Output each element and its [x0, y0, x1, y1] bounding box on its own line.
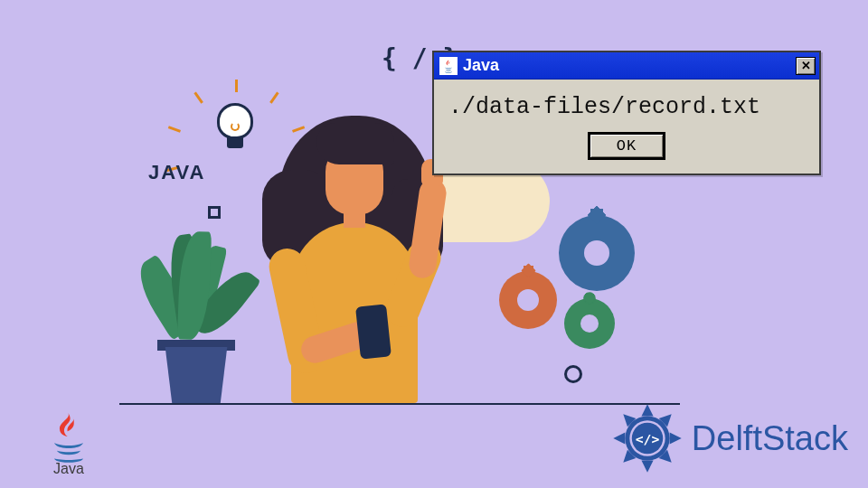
java-dialog-window: Java ✕ ./data-files/record.txt OK: [432, 51, 821, 175]
java-logo-caption: Java: [36, 461, 101, 477]
circle-decor-icon: [564, 365, 582, 383]
ok-button[interactable]: OK: [589, 133, 665, 159]
java-logo: Java: [36, 410, 101, 477]
ground-line: [119, 403, 680, 405]
delftstack-badge-icon: </>: [610, 401, 684, 475]
close-button[interactable]: ✕: [796, 57, 816, 75]
delftstack-wordmark: DelftStack: [692, 419, 848, 458]
svg-text:</>: </>: [636, 431, 660, 446]
dialog-message: ./data-files/record.txt: [448, 92, 805, 133]
dialog-body: ./data-files/record.txt OK: [434, 80, 819, 174]
dialog-title: Java: [463, 56, 796, 75]
square-decor-icon: [208, 206, 221, 219]
java-cup-icon: [439, 57, 458, 75]
dialog-titlebar[interactable]: Java ✕: [434, 52, 819, 80]
gears-icon: [492, 215, 646, 360]
close-icon: ✕: [801, 60, 811, 71]
java-cup-icon: [48, 410, 90, 463]
phone-icon: [355, 304, 392, 359]
plant-icon: [127, 224, 253, 405]
delftstack-logo: </> DelftStack: [610, 401, 848, 475]
java-label: JAVA: [148, 161, 205, 184]
